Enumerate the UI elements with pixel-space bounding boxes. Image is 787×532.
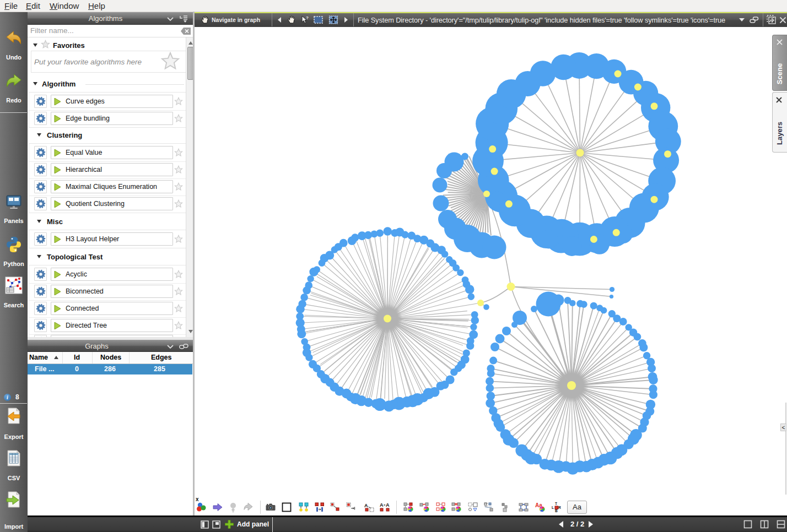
svg-text:R: R [558, 506, 561, 509]
svg-text:L: L [552, 506, 554, 509]
svg-text:B: B [555, 509, 558, 513]
svg-text:?: ? [306, 15, 309, 20]
svg-text:T: T [555, 502, 557, 506]
svg-text:A: A [380, 502, 384, 508]
svg-text:A: A [386, 502, 390, 508]
svg-text:A: A [364, 503, 368, 508]
